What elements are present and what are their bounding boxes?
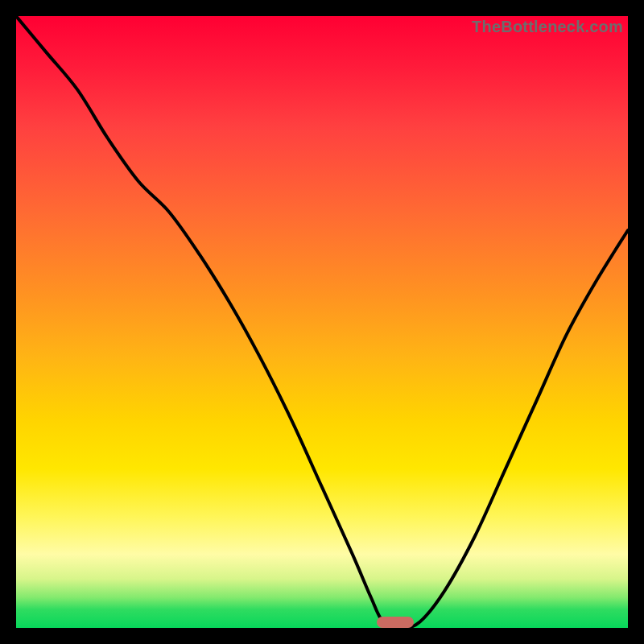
chart-frame: TheBottleneck.com (0, 0, 644, 644)
chart-plot-area: TheBottleneck.com (16, 16, 628, 628)
bottleneck-curve (16, 16, 628, 628)
optimum-marker (377, 617, 414, 628)
curve-path (16, 16, 628, 628)
